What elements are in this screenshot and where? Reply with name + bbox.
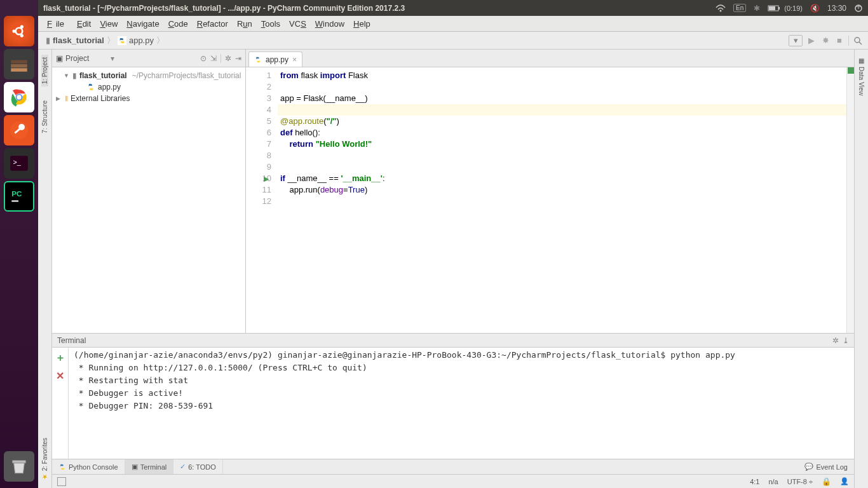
svg-rect-7 (11, 68, 27, 71)
left-tool-tabs: 1: Project 7: Structure ★2: Favorites (38, 50, 52, 488)
project-tool-window: ▣ Project ▾ ⊙ ⇲ ✲ ⇥ (52, 50, 246, 333)
menu-help[interactable]: Help (349, 18, 374, 30)
new-session-button[interactable]: ＋ (55, 351, 65, 365)
svg-rect-18 (11, 200, 18, 201)
project-panel-title: Project (65, 54, 89, 63)
line-number-gutter: 123456789101112 (246, 67, 278, 333)
close-icon[interactable]: × (292, 55, 297, 64)
svg-text:>_: >_ (13, 158, 21, 166)
terminal-tool-window: Terminal ✲ ⤓ ＋ ✕ (/home/ginanjar-azie/an… (52, 333, 854, 459)
svg-point-2 (13, 29, 16, 32)
svg-rect-23 (769, 6, 775, 10)
svg-point-3 (20, 25, 24, 28)
event-log-tab[interactable]: 💬 Event Log (798, 463, 854, 471)
library-icon: ⫴ (65, 94, 68, 103)
menu-tools[interactable]: Tools (257, 18, 284, 30)
power-icon[interactable] (854, 4, 863, 13)
right-tool-tabs: ▦ Data View (854, 50, 868, 488)
tool-windows-button[interactable] (57, 477, 66, 486)
terminal-tab[interactable]: ▣ Terminal (125, 459, 174, 474)
code-area[interactable]: from flask import Flaskapp = Flask(__nam… (278, 67, 846, 333)
cursor-position[interactable]: 4:1 (750, 478, 759, 485)
wifi-icon[interactable] (715, 4, 726, 12)
lock-icon[interactable]: 🔒 (822, 477, 831, 486)
terminal-output[interactable]: (/home/ginanjar-azie/anaconda3/envs/py2)… (69, 348, 854, 459)
breadcrumb-root-label: flask_tutorial (53, 36, 104, 45)
todo-tab[interactable]: ✓ 6: TODO (173, 459, 223, 474)
editor-tab-label: app.py (266, 55, 288, 64)
bluetooth-icon[interactable]: ✱ (754, 4, 760, 13)
navigation-bar: ▮ flask_tutorial 〉 app.py 〉 ▾ ▶ ✸ ■ (38, 32, 868, 50)
keyboard-indicator[interactable]: En (733, 4, 746, 12)
clock[interactable]: 13:30 (827, 4, 846, 13)
postman-icon[interactable] (4, 115, 34, 146)
python-console-tab[interactable]: Python Console (52, 459, 125, 474)
svg-point-20 (719, 10, 721, 11)
terminal-launcher-icon[interactable]: >_ (4, 148, 34, 179)
menu-file[interactable]: File (43, 18, 72, 30)
bottom-tool-tabs: Python Console ▣ Terminal ✓ 6: TODO 💬 Ev… (52, 459, 854, 474)
menu-window[interactable]: Window (311, 18, 348, 30)
run-gutter-icon[interactable]: ▶ (264, 173, 269, 184)
python-file-icon (118, 36, 126, 45)
menu-bar: File Edit View Navigate Code Refactor Ru… (38, 16, 868, 32)
menu-edit[interactable]: Edit (73, 18, 95, 30)
menu-refactor[interactable]: Refactor (193, 18, 232, 30)
project-tool-tab[interactable]: 1: Project (41, 55, 48, 86)
todo-icon: ✓ (180, 463, 186, 471)
hide-panel-icon[interactable]: ⇥ (235, 54, 241, 63)
chevron-down-icon[interactable]: ▾ (111, 54, 114, 63)
terminal-icon: ▣ (132, 463, 138, 471)
data-view-tab[interactable]: ▦ Data View (858, 55, 865, 98)
debug-button-icon[interactable]: ✸ (820, 36, 831, 46)
tree-external-libraries[interactable]: ▶ ⫴ External Libraries (52, 93, 245, 104)
pycharm-launcher-icon[interactable]: PC (4, 181, 34, 212)
chrome-icon[interactable] (4, 82, 34, 112)
menu-vcs[interactable]: VCS (285, 18, 310, 30)
structure-tool-tab[interactable]: 7: Structure (41, 98, 48, 136)
breadcrumb-root[interactable]: ▮ flask_tutorial (43, 36, 107, 45)
collapse-all-icon[interactable]: ⇲ (210, 54, 217, 63)
close-session-button[interactable]: ✕ (56, 370, 64, 382)
svg-rect-6 (11, 64, 27, 67)
project-tree[interactable]: ▼ ▮ flask_tutorial ~/PycharmProjects/fla… (52, 67, 245, 333)
hide-panel-icon[interactable]: ⤓ (843, 336, 849, 345)
scroll-to-source-icon[interactable]: ⊙ (200, 54, 207, 63)
search-icon[interactable] (853, 36, 863, 46)
run-button-icon[interactable]: ▶ (806, 36, 817, 46)
editor-tab-app-py[interactable]: app.py × (248, 51, 302, 67)
gear-icon[interactable]: ✲ (832, 336, 839, 345)
stop-button-icon[interactable]: ■ (834, 36, 844, 46)
run-config-dropdown[interactable]: ▾ (789, 35, 803, 46)
svg-line-27 (859, 42, 862, 44)
terminal-side-toolbar: ＋ ✕ (52, 348, 69, 459)
svg-point-26 (855, 37, 860, 43)
ubuntu-dash-icon[interactable] (4, 16, 34, 46)
marker-bar[interactable] (846, 67, 854, 333)
menu-code[interactable]: Code (165, 18, 192, 30)
terminal-header: Terminal ✲ ⤓ (52, 334, 854, 348)
file-encoding[interactable]: UTF-8 ÷ (787, 478, 813, 485)
window-title: flask_tutorial - [~/PycharmProjects/flas… (43, 4, 715, 13)
volume-icon[interactable]: 🔇 (810, 4, 820, 13)
menu-view[interactable]: View (96, 18, 121, 30)
insert-mode[interactable]: n/a (768, 478, 778, 485)
svg-rect-25 (118, 36, 126, 45)
breadcrumb-file[interactable]: app.py (115, 36, 156, 45)
svg-point-4 (20, 34, 24, 37)
menu-navigate[interactable]: Navigate (123, 18, 163, 30)
tree-file-app-py[interactable]: app.py (52, 81, 245, 93)
chevron-right-icon: 〉 (107, 35, 115, 46)
menu-run[interactable]: Run (233, 18, 256, 30)
hector-icon[interactable]: 👤 (840, 477, 849, 485)
files-icon[interactable] (4, 49, 34, 79)
gear-icon[interactable]: ✲ (225, 54, 231, 63)
favorites-tool-tab[interactable]: ★2: Favorites (41, 435, 48, 483)
battery-indicator[interactable]: (0:19) (768, 4, 803, 12)
svg-text:PC: PC (11, 189, 22, 198)
tree-project-root[interactable]: ▼ ▮ flask_tutorial ~/PycharmProjects/fla… (52, 70, 245, 81)
trash-icon[interactable] (4, 451, 34, 482)
main-area: flask_tutorial - [~/PycharmProjects/flas… (38, 0, 868, 488)
code-editor[interactable]: 123456789101112 from flask import Flaska… (246, 67, 854, 333)
editor-panel: app.py × 123456789101112 from flask impo… (246, 50, 854, 333)
